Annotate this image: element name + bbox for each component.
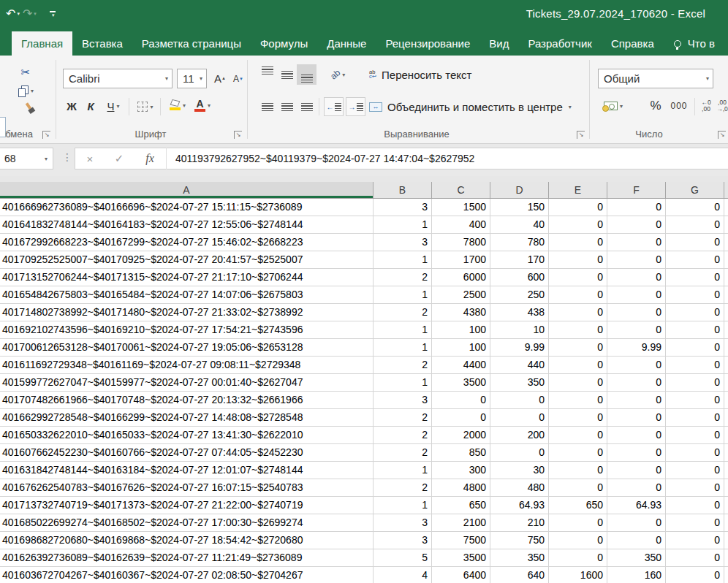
cell[interactable]: 1 (374, 216, 432, 234)
formula-input[interactable]: 401193792627952~$40119379~$2024-07-27 14… (175, 153, 474, 164)
cell[interactable]: 0 (666, 199, 724, 216)
cell[interactable]: 0 (607, 479, 666, 497)
cell[interactable]: 350 (490, 549, 549, 567)
cell[interactable] (724, 532, 728, 549)
cell[interactable] (724, 497, 728, 514)
cell[interactable]: 200 (490, 427, 549, 444)
cell[interactable]: 0 (607, 304, 666, 321)
cell[interactable]: 650 (549, 497, 607, 514)
orientation-button[interactable]: ab ▾ (325, 64, 351, 85)
cell[interactable]: 0 (607, 286, 666, 304)
cell[interactable]: 401607662452230~$40160766~$2024-07-27 07… (0, 444, 374, 462)
tab-developer[interactable]: Разработчик (518, 31, 601, 56)
cell[interactable]: 0 (607, 357, 666, 374)
cell[interactable]: 0 (549, 339, 607, 357)
cell[interactable]: 780 (490, 234, 549, 251)
cell[interactable]: 9.99 (607, 339, 666, 357)
comma-style-button[interactable]: 000 (667, 96, 691, 115)
underline-button[interactable]: Ч ▾ (101, 96, 126, 115)
cell[interactable] (724, 444, 728, 462)
cell[interactable]: 300 (432, 462, 490, 479)
cell[interactable] (724, 216, 728, 234)
cell[interactable]: 0 (666, 497, 724, 514)
cell[interactable]: 0 (666, 462, 724, 479)
cell[interactable]: 401714802738992~$40171480~$2024-07-27 21… (0, 304, 374, 321)
customize-qat-button[interactable]: ▾ (50, 11, 56, 18)
cell[interactable]: 438 (490, 304, 549, 321)
align-middle-button[interactable] (277, 64, 297, 85)
cell[interactable]: 1600 (549, 567, 607, 583)
cell[interactable]: 350 (490, 374, 549, 392)
tab-insert[interactable]: Вставка (72, 31, 132, 56)
cell[interactable]: 1 (374, 321, 432, 339)
clipboard-dialog-launcher[interactable]: ↘ (42, 131, 50, 139)
cell[interactable]: 0 (607, 321, 666, 339)
cell[interactable]: 7800 (432, 234, 490, 251)
cell[interactable] (724, 549, 728, 567)
decrease-font-button[interactable]: A ▼ (230, 70, 247, 88)
column-header-E[interactable]: E (549, 182, 607, 198)
insert-function-button[interactable]: fx (134, 152, 166, 165)
cell[interactable]: 1 (374, 374, 432, 392)
cell[interactable]: 100 (432, 339, 490, 357)
column-header-A[interactable]: A (0, 182, 374, 198)
accounting-format-button[interactable]: ▾ (599, 96, 627, 115)
cell[interactable]: 0 (549, 234, 607, 251)
font-family-combo[interactable]: Calibri ▾ (63, 69, 172, 88)
cell[interactable]: 400 (432, 216, 490, 234)
cell[interactable]: 850 (432, 444, 490, 462)
cell[interactable]: 0 (666, 514, 724, 532)
cell[interactable]: 401641832748144~$40164183~$2024-07-27 12… (0, 216, 374, 234)
cell[interactable]: 6400 (432, 567, 490, 583)
cell[interactable]: 0 (607, 374, 666, 392)
cell[interactable]: 0 (549, 199, 607, 216)
cell[interactable]: 0 (666, 339, 724, 357)
column-header-C[interactable]: C (432, 182, 490, 198)
cell[interactable]: 0 (666, 374, 724, 392)
increase-font-button[interactable]: A ▲ (211, 69, 230, 88)
cell[interactable]: 750 (490, 532, 549, 549)
cell[interactable]: 9.99 (490, 339, 549, 357)
cell[interactable]: 0 (666, 444, 724, 462)
align-right-button[interactable] (297, 96, 316, 117)
cell[interactable]: 2 (374, 409, 432, 427)
cell[interactable] (724, 304, 728, 321)
tab-data[interactable]: Данные (317, 31, 376, 56)
cell[interactable]: 401666962736089~$40166696~$2024-07-27 15… (0, 199, 374, 216)
cell[interactable]: 0 (549, 357, 607, 374)
cell[interactable]: 0 (549, 304, 607, 321)
cell[interactable] (724, 339, 728, 357)
cell[interactable]: 401709252525007~$40170925~$2024-07-27 20… (0, 251, 374, 269)
cell[interactable]: 0 (666, 216, 724, 234)
cell[interactable]: 0 (607, 234, 666, 251)
cell[interactable]: 3 (374, 532, 432, 549)
cell[interactable]: 2 (374, 479, 432, 497)
cell[interactable] (724, 234, 728, 251)
cell[interactable] (724, 269, 728, 286)
cell[interactable]: 0 (607, 409, 666, 427)
cell[interactable] (724, 427, 728, 444)
cell[interactable]: 3500 (432, 549, 490, 567)
cell[interactable]: 2 (374, 304, 432, 321)
cell[interactable] (724, 374, 728, 392)
cell[interactable]: 0 (549, 321, 607, 339)
cell[interactable]: 30 (490, 462, 549, 479)
cell[interactable]: 0 (549, 444, 607, 462)
cell[interactable]: 0 (666, 409, 724, 427)
cell[interactable]: 401654842675803~$40165484~$2024-07-27 14… (0, 286, 374, 304)
fill-color-button[interactable]: ▾ (165, 95, 190, 115)
cell[interactable]: 1500 (432, 199, 490, 216)
cell[interactable]: 100 (432, 321, 490, 339)
cell[interactable]: 0 (549, 427, 607, 444)
column-header-B[interactable]: B (374, 182, 432, 198)
cell[interactable]: 1 (374, 286, 432, 304)
align-bottom-button[interactable] (297, 64, 316, 85)
cell[interactable]: 64.93 (490, 497, 549, 514)
format-painter-button[interactable] (22, 101, 38, 115)
cell[interactable]: 0 (549, 216, 607, 234)
cell[interactable]: 0 (607, 251, 666, 269)
cell[interactable]: 1 (374, 462, 432, 479)
tab-review[interactable]: Рецензирование (376, 31, 479, 56)
cell[interactable] (724, 392, 728, 409)
cell[interactable]: 0 (607, 199, 666, 216)
